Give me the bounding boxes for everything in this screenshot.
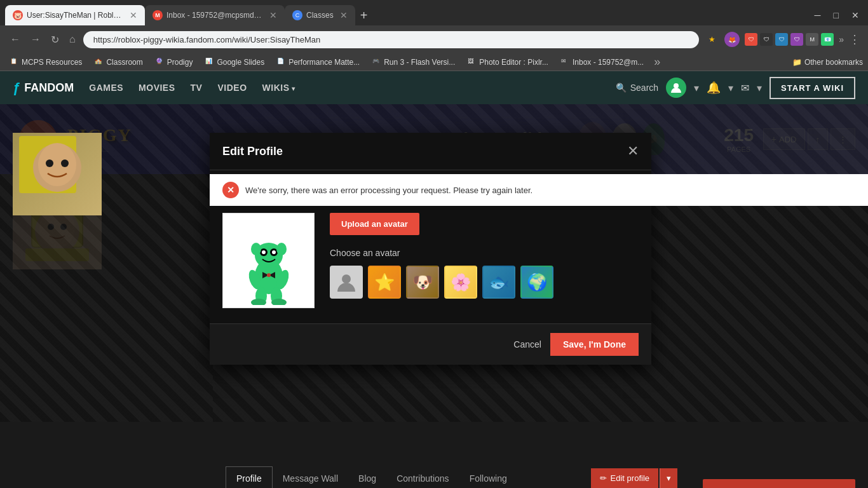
svg-point-0 [674,83,679,88]
bookmark-label-photo-editor: Photo Editor : Pixlr... [479,58,548,67]
nav-video[interactable]: VIDEO [217,83,247,93]
tab-title-classes: Classes [306,11,334,20]
edit-profile-button[interactable]: ✏ Edit profile [591,468,658,488]
other-bookmarks-label: Other bookmarks [804,58,863,67]
extension-icon-3[interactable]: 🛡 [775,33,788,46]
modal-overlay-container: Edit Profile ✕ Avatar About Me [0,104,868,422]
upload-avatar-button[interactable]: Upload an avatar [330,213,419,235]
tab-title-gmail: Inbox - 159752@mcpsmd.net - ... [166,11,263,20]
fandom-logo-icon: ƒ [13,79,20,96]
new-tab-button[interactable]: + [355,8,373,23]
fandom-logo[interactable]: ƒ FANDOM [13,79,74,96]
notifications-button[interactable]: 🔔 [707,81,721,95]
svg-point-21 [61,159,69,167]
extension-icon-4[interactable]: 🛡 [790,33,803,46]
nav-wikis[interactable]: WIKIS [262,83,295,93]
maximize-button[interactable]: □ [830,9,843,22]
svg-point-26 [262,250,266,254]
user-avatar-dropdown-icon[interactable]: ▾ [694,82,699,94]
bookmark-performance[interactable]: 📄 Performance Matte... [272,57,365,68]
tab-bar: 🐷 User:SisayTheMan | Roblox Pigg... ✕ M … [0,0,868,25]
home-button[interactable]: ⌂ [67,31,78,48]
notifications-dropdown-icon[interactable]: ▾ [728,82,733,94]
other-bookmarks-button[interactable]: 📁 Other bookmarks [792,58,863,67]
avatar-option-star[interactable]: ⭐ [368,266,401,299]
choose-avatar-label: Choose an avatar [330,248,639,258]
bookmarks-more-button[interactable]: » [654,55,660,69]
tab-blog[interactable]: Blog [348,467,386,489]
messages-dropdown-icon[interactable]: ▾ [757,82,762,94]
avatar-option-dog[interactable]: 🐶 [406,266,439,299]
bookmark-label-inbox: Inbox - 159752@m... [573,58,644,67]
tab-following[interactable]: Following [459,467,517,489]
bookmark-label-prodigy: Prodigy [167,58,193,67]
nav-tv[interactable]: TV [191,83,203,93]
bookmark-slides[interactable]: 📊 Google Slides [200,57,269,68]
tab-message-wall[interactable]: Message Wall [273,467,348,489]
bookmark-inbox[interactable]: ✉ Inbox - 159752@m... [556,57,649,68]
modal-close-button[interactable]: ✕ [627,143,639,159]
tab-contributions[interactable]: Contributions [386,467,459,489]
avatar-preview [222,213,315,308]
extension-icon-1[interactable]: 🛡 [745,33,757,46]
save-done-button[interactable]: Save, I'm Done [550,333,639,356]
nav-games[interactable]: GAMES [89,83,123,93]
search-label: Search [630,83,658,93]
avatar-options-row: ⭐ 🐶 🌸 🐟 🌍 [330,266,639,299]
avatar-option-earth[interactable]: 🌍 [520,266,553,299]
modal-header: Edit Profile ✕ [210,133,651,170]
minimize-button[interactable]: ─ [811,9,825,22]
modal-avatar-options: Upload an avatar Choose an avatar ⭐ [330,213,639,308]
extensions-more-button[interactable]: » [839,34,844,44]
error-message-text: We're sorry, there was an error processi… [245,186,532,195]
tab-classes[interactable]: C Classes ✕ [285,5,355,25]
bookmark-label-slides: Google Slides [217,58,264,67]
avatar-option-flower[interactable]: 🌸 [444,266,477,299]
messages-button[interactable]: ✉ [741,82,749,94]
nav-movies[interactable]: MOVIES [139,83,175,93]
bookmark-icon-run3: 🎮 [372,58,381,67]
bookmark-classroom[interactable]: 🏫 Classroom [90,57,147,68]
back-button[interactable]: ← [8,31,23,48]
right-sidebar-panel: Pages I'm following Azzy (Skin) [690,466,868,488]
extension-icon-6[interactable]: 📧 [821,33,834,46]
error-icon: ✕ [222,182,239,198]
reload-button[interactable]: ↻ [48,31,62,48]
modal-footer: Cancel Save, I'm Done [210,323,651,365]
url-input[interactable] [83,31,700,48]
background-avatar [13,133,102,215]
error-banner: ✕ We're sorry, there was an error proces… [210,174,868,206]
tab-gmail[interactable]: M Inbox - 159752@mcpsmd.net - ... ✕ [145,5,285,25]
forward-button[interactable]: → [28,31,43,48]
bookmark-photo-editor[interactable]: 🖼 Photo Editor : Pixlr... [463,57,553,68]
fandom-logo-text: FANDOM [24,81,74,95]
wiki-banner-ad [703,479,855,488]
start-wiki-button[interactable]: START A WIKI [770,77,855,99]
bookmark-mcps[interactable]: 📋 MCPS Resources [5,57,87,68]
user-avatar-nav[interactable] [666,78,686,98]
cancel-button[interactable]: Cancel [513,339,541,349]
tab-roblox[interactable]: 🐷 User:SisayTheMan | Roblox Pigg... ✕ [5,5,145,25]
browser-menu-button[interactable]: ⋮ [849,32,860,46]
tab-close-roblox[interactable]: ✕ [130,10,137,20]
search-button[interactable]: 🔍 Search [616,83,658,93]
bookmark-star-icon[interactable]: ★ [704,32,719,47]
tab-profile[interactable]: Profile [226,466,273,488]
edit-pencil-icon: ✏ [600,473,607,483]
tab-close-gmail[interactable]: ✕ [269,10,277,20]
bookmark-label-performance: Performance Matte... [288,58,360,67]
tab-close-classes[interactable]: ✕ [340,10,348,20]
modal-body: Upload an avatar Choose an avatar ⭐ [210,198,651,323]
tab-title-roblox: User:SisayTheMan | Roblox Pigg... [27,11,123,20]
bookmark-run3[interactable]: 🎮 Run 3 - Flash Versi... [367,57,460,68]
close-window-button[interactable]: ✕ [848,9,863,22]
window-controls: ─ □ ✕ [811,9,863,22]
avatar-option-default[interactable] [330,266,363,299]
extension-icon-2[interactable]: 🛡 [760,33,773,46]
edit-profile-dropdown-button[interactable]: ▾ [660,468,677,488]
avatar-option-fish[interactable]: 🐟 [482,266,515,299]
bookmark-prodigy[interactable]: 🔮 Prodigy [151,57,198,68]
svg-point-27 [272,250,276,254]
extension-icon-5[interactable]: M [806,33,818,46]
profile-icon-toolbar[interactable]: 🦊 [724,32,740,47]
